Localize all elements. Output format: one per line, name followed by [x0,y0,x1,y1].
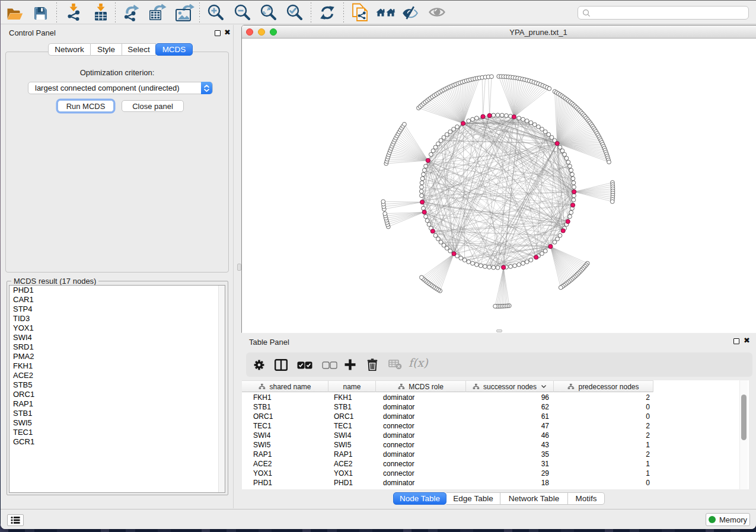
minimize-window-icon[interactable] [258,28,265,36]
mcds-result-item[interactable]: STP4 [9,305,225,314]
table-cell-succ[interactable]: 46 [541,431,549,440]
tab-mcds[interactable]: MCDS [155,43,193,56]
table-cell-succ[interactable]: 62 [541,402,549,412]
table-cell-role[interactable]: dominator [383,402,414,412]
table-cell-role[interactable]: connector [383,469,414,478]
table-cell-pred[interactable]: 2 [646,450,650,459]
table-cell-name[interactable]: ACE2 [334,459,352,469]
settings-icon[interactable] [253,358,266,374]
float-table-panel-icon[interactable] [733,338,739,344]
select-all-icon[interactable] [297,361,312,371]
mcds-result-item[interactable]: TEC1 [9,428,225,437]
table-cell-succ[interactable]: 96 [541,393,549,402]
delete-column-icon[interactable] [367,358,378,373]
refresh-icon[interactable] [319,5,336,23]
hide-selected-icon[interactable] [401,5,419,22]
table-cell-role[interactable]: dominator [383,412,414,421]
mcds-result-list[interactable]: PHD1CAR1STP4TID3YOX1SWI4SRD1PMA2FKH1ACE2… [9,285,225,493]
network-graph[interactable] [242,39,756,333]
network-title-bar[interactable]: YPA_prune.txt_1 [242,25,756,39]
table-cell-pred[interactable]: 2 [646,421,650,431]
table-cell-succ[interactable]: 29 [541,469,549,478]
tab-network-table[interactable]: Network Table [500,492,568,505]
mcds-result-item[interactable]: PMA2 [9,352,225,361]
table-cell-pred[interactable]: 1 [646,469,650,478]
tab-motifs[interactable]: Motifs [568,492,605,505]
table-cell-name[interactable]: RAP1 [334,450,352,459]
show-all-icon[interactable] [429,7,445,20]
mcds-result-item[interactable]: CAR1 [9,295,225,305]
table-cell-succ[interactable]: 18 [541,478,549,488]
scrollbar-thumb[interactable] [741,395,747,440]
column-header-predecessor-nodes[interactable]: predecessor nodes [554,381,653,392]
table-cell-name[interactable]: ORC1 [334,412,353,421]
column-header-name[interactable]: name [328,381,376,392]
optimization-criterion-select[interactable]: largest connected component (undirected) [28,82,213,94]
table-cell-succ[interactable]: 61 [541,412,549,421]
table-row[interactable]: YOX1YOX1connector291 [242,469,653,478]
network-canvas[interactable] [242,39,756,333]
tab-node-table[interactable]: Node Table [393,492,446,505]
vertical-splitter[interactable] [233,25,241,508]
table-row[interactable]: STB1STB1dominator620 [242,402,653,412]
table-cell-succ[interactable]: 47 [541,421,549,431]
table-cell-shared_name[interactable]: RAP1 [253,450,272,459]
table-scrollbar[interactable] [739,380,748,489]
mcds-result-item[interactable]: SRD1 [9,342,225,352]
table-cell-role[interactable]: dominator [383,431,414,440]
table-cell-pred[interactable]: 2 [646,431,650,440]
mcds-result-item[interactable]: PHD1 [9,286,225,295]
save-session-icon[interactable] [33,6,48,23]
table-cell-shared_name[interactable]: ORC1 [253,412,273,421]
table-cell-name[interactable]: SWI5 [334,440,351,450]
table-cell-succ[interactable]: 43 [541,440,549,450]
function-builder-icon[interactable]: f(x) [409,356,428,369]
table-cell-role[interactable]: connector [383,421,414,431]
table-cell-pred[interactable]: 2 [646,393,650,402]
table-cell-role[interactable]: dominator [383,393,414,402]
close-panel-icon[interactable]: ✖ [224,30,231,36]
import-network-icon[interactable] [66,4,81,23]
column-header-successor-nodes[interactable]: successor nodes [466,381,554,392]
export-network-icon[interactable] [123,4,140,24]
zoom-fit-icon[interactable] [260,4,277,23]
copy-network-icon[interactable] [352,3,368,24]
table-cell-role[interactable]: dominator [383,478,414,488]
table-cell-shared_name[interactable]: ACE2 [253,459,272,469]
table-cell-succ[interactable]: 31 [541,459,549,469]
search-box[interactable] [578,6,749,20]
table-cell-pred[interactable]: 1 [646,459,650,469]
table-cell-name[interactable]: PHD1 [334,478,353,488]
open-file-icon[interactable] [7,7,24,24]
mcds-result-item[interactable]: ACE2 [9,371,225,380]
table-row[interactable]: PHD1PHD1dominator180 [242,478,653,488]
add-column-icon[interactable] [344,359,356,373]
table-cell-role[interactable]: connector [383,459,414,469]
table-row[interactable]: FKH1FKH1dominator962 [242,393,653,402]
table-cell-shared_name[interactable]: YOX1 [253,469,272,478]
table-cell-pred[interactable]: 0 [646,478,650,488]
table-cell-role[interactable]: dominator [383,450,414,459]
column-header-MCDS-role[interactable]: MCDS role [376,381,466,392]
export-table-icon[interactable] [148,4,167,23]
table-row[interactable]: TEC1TEC1connector472 [242,421,653,431]
tab-edge-table[interactable]: Edge Table [446,492,500,505]
split-columns-icon[interactable] [275,359,288,373]
search-input[interactable] [593,8,748,17]
tab-select[interactable]: Select [122,43,156,56]
mcds-result-item[interactable]: SWI5 [9,418,225,428]
close-table-panel-icon[interactable]: ✖ [744,338,750,344]
table-cell-shared_name[interactable]: SWI5 [253,440,270,450]
table-cell-succ[interactable]: 35 [541,450,549,459]
table-cell-name[interactable]: TEC1 [334,421,352,431]
table-row[interactable]: ORC1ORC1dominator610 [242,412,653,421]
table-cell-name[interactable]: STB1 [334,402,352,412]
mcds-result-item[interactable]: YOX1 [9,323,225,333]
zoom-window-icon[interactable] [270,28,277,36]
table-row[interactable]: SWI5SWI5connector431 [242,440,653,450]
table-cell-name[interactable]: FKH1 [334,393,352,402]
table-cell-shared_name[interactable]: STB1 [253,402,271,412]
close-panel-button[interactable]: Close panel [122,100,184,112]
mcds-result-item[interactable]: RAP1 [9,399,225,409]
tab-style[interactable]: Style [91,43,122,56]
